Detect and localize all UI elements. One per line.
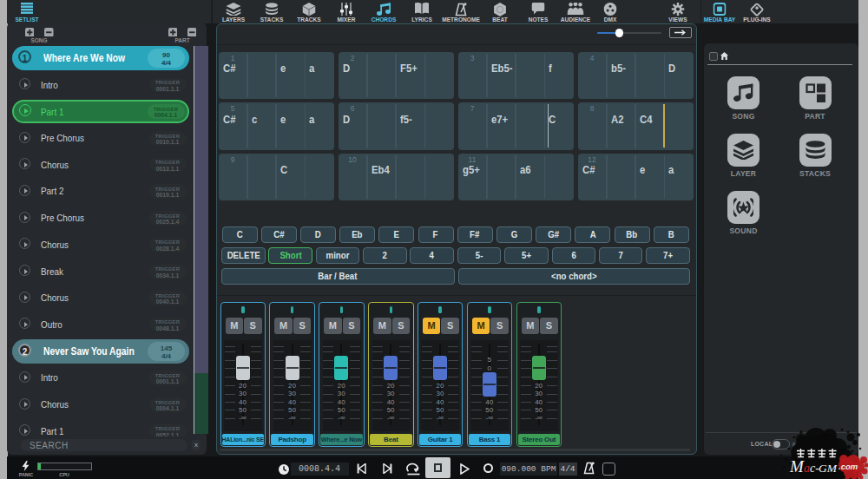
svg-text:.com: .com bbox=[838, 462, 858, 471]
svg-text:a: a bbox=[804, 462, 810, 475]
svg-text:GM: GM bbox=[819, 462, 838, 475]
svg-text:M: M bbox=[789, 457, 805, 476]
